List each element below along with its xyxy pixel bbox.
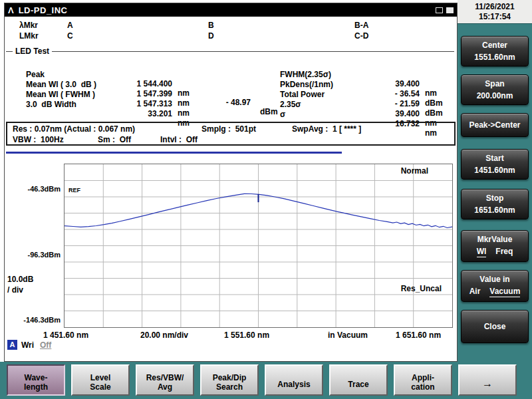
- datetime-display: 11/26/2021 15:17:54: [458, 0, 532, 24]
- measurement-row: FWHM(2.35σ) 39.400 nm: [280, 61, 454, 70]
- softkey-line1: Level: [72, 373, 128, 382]
- measurement-row: Peak 1 544.400 nm - 48.97 dBm: [26, 61, 292, 70]
- smoothing-setting: Sm : Off: [98, 135, 131, 144]
- level-mkr-label: LMkr: [19, 31, 39, 41]
- value-in-option-air[interactable]: Air: [469, 287, 481, 297]
- window-controls: [436, 7, 454, 13]
- spectrum-plot: [65, 164, 452, 327]
- marker-row-level: LMkr C D C-D: [5, 31, 457, 41]
- measurement-row: 3.0 dB Width 33.201 nm: [26, 90, 292, 100]
- softkey-line2: Avg: [137, 382, 193, 392]
- center-button[interactable]: Center 1551.60nm: [461, 36, 529, 66]
- sampling-setting: Smplg : 501pt: [201, 124, 256, 134]
- x-axis-start-label: 1 451.60 nm: [43, 331, 88, 340]
- y-axis-ref-label: -46.3dBm: [6, 185, 61, 193]
- peak-to-center-button[interactable]: Peak->Center: [461, 113, 529, 137]
- interval-setting: Intvl : Off: [160, 135, 198, 144]
- mkr-value-options: Wl Freq: [477, 247, 513, 257]
- value-in-options: Air Vacuum: [469, 287, 521, 297]
- trace-a-badge[interactable]: A: [7, 340, 17, 350]
- analysis-group-label: LED Test: [13, 47, 52, 56]
- measurement-row: Total Power - 21.59 dBm: [280, 80, 454, 90]
- res-setting: Res : 0.07nm (Actual : 0.067 nm): [13, 124, 135, 134]
- sweep-mode-label: Normal: [401, 166, 428, 176]
- y-axis-mid-label: -96.3dBm: [6, 251, 61, 259]
- softkey-level-scale[interactable]: Level Scale: [71, 364, 130, 396]
- softkey-side-panel: 11/26/2021 15:17:54 Center 1551.60nm Spa…: [458, 0, 532, 399]
- x-axis-medium-label: in Vacuum: [328, 331, 368, 340]
- value-in-label: Value in: [479, 275, 509, 284]
- y-axis-bottom-label: -146.3dBm: [6, 316, 61, 324]
- measurement-row: 2.35σ 39.400 nm: [280, 90, 454, 100]
- window-maximize-icon[interactable]: [446, 7, 454, 13]
- start-button[interactable]: Start 1451.60nm: [461, 149, 529, 180]
- date-text: 11/26/2021: [458, 2, 532, 12]
- softkey-line2: cation: [395, 382, 451, 392]
- window-restore-icon[interactable]: [436, 7, 443, 13]
- span-label: Span: [485, 79, 504, 88]
- softkey-line1: Trace: [331, 380, 386, 389]
- softkey-line2: Scale: [72, 382, 128, 392]
- measurement-row: PkDens(/1nm) - 36.54 dBm: [280, 70, 454, 80]
- marker-b-label: B: [208, 21, 214, 30]
- softkey-line1: Peak/Dip: [201, 373, 257, 382]
- sweep-avg-setting: SwpAvg : 1 [ **** ]: [292, 124, 361, 134]
- value-in-option-vacuum[interactable]: Vacuum: [489, 287, 520, 297]
- sweep-progress-bar: [6, 152, 342, 154]
- marker-row-wavelength: λMkr A B B-A: [5, 21, 457, 31]
- title-bar: Λ LD-PD_INC: [5, 3, 457, 17]
- softkey-trace[interactable]: Trace: [329, 364, 388, 396]
- softkey-more-arrow[interactable]: →: [458, 364, 517, 396]
- center-label: Center: [482, 41, 507, 50]
- start-value: 1451.60nm: [474, 166, 515, 175]
- softkey-analysis[interactable]: Analysis: [265, 364, 323, 396]
- marker-cd-label: C-D: [354, 31, 368, 41]
- softkey-line2: length: [8, 382, 64, 392]
- spectrum-chart: Normal REF Res_Uncal: [64, 164, 453, 328]
- analysis-group-rule: LED Test: [6, 51, 454, 52]
- stop-value: 1651.60nm: [474, 205, 515, 215]
- softkey-wavelength[interactable]: Wave- length: [7, 364, 65, 396]
- trace-state-label: Off: [40, 340, 51, 350]
- start-label: Start: [485, 154, 503, 163]
- lambda-mkr-label: λMkr: [19, 21, 38, 30]
- softkey-res-vbw-avg[interactable]: Res/VBW/ Avg: [136, 364, 194, 396]
- ref-level-label: REF: [68, 187, 80, 194]
- vbw-setting: VBW : 100Hz: [13, 135, 64, 144]
- meas-value: 39.400: [360, 109, 420, 118]
- span-value: 200.00nm: [477, 91, 513, 100]
- time-text: 15:17:54: [458, 12, 532, 22]
- meas-value: 33.201: [111, 109, 172, 118]
- measurement-row: Mean Wl ( 3.0 dB ) 1 547.399 nm: [26, 70, 292, 80]
- osa-screen: Λ LD-PD_INC λMkr A B B-A LMkr C D C-D LE…: [0, 0, 532, 399]
- marker-d-label: D: [208, 31, 214, 41]
- meas-unit: nm: [178, 108, 190, 118]
- softkey-peak-dip-search[interactable]: Peak/Dip Search: [200, 364, 259, 396]
- mkr-value-button[interactable]: MkrValue Wl Freq: [461, 230, 529, 262]
- softkey-application[interactable]: Appli- cation: [394, 364, 452, 396]
- more-arrow-icon: →: [460, 379, 515, 388]
- chart-grid: [65, 164, 452, 327]
- softkey-line2: Search: [201, 382, 257, 392]
- softkey-line1: Wave-: [8, 373, 64, 382]
- mkr-value-option-freq[interactable]: Freq: [495, 247, 513, 257]
- span-button[interactable]: Span 200.00nm: [461, 74, 529, 105]
- meas-label: 3.0 dB Width: [26, 100, 76, 109]
- trace-write-mode-label: Wri: [21, 340, 34, 350]
- main-window: Λ LD-PD_INC λMkr A B B-A LMkr C D C-D LE…: [4, 3, 458, 362]
- marker-c-label: C: [67, 31, 73, 41]
- y-scale-label: 10.0dB: [7, 275, 33, 284]
- y-scale-div-label: / div: [7, 285, 23, 295]
- stop-button[interactable]: Stop 1651.60nm: [461, 189, 529, 219]
- mkr-value-option-wl[interactable]: Wl: [477, 247, 487, 257]
- x-axis-center-label: 1 551.60 nm: [224, 331, 269, 340]
- peak-to-center-label: Peak->Center: [469, 120, 520, 130]
- value-in-button[interactable]: Value in Air Vacuum: [461, 270, 529, 302]
- marker-ba-label: B-A: [354, 21, 368, 30]
- app-logo-icon: Λ: [8, 6, 14, 15]
- softkey-line1: Res/VBW/: [137, 373, 193, 382]
- mkr-value-label: MkrValue: [477, 235, 513, 244]
- marker-a-label: A: [67, 21, 73, 30]
- meas-label: σ: [280, 110, 285, 119]
- close-button[interactable]: Close: [461, 310, 529, 343]
